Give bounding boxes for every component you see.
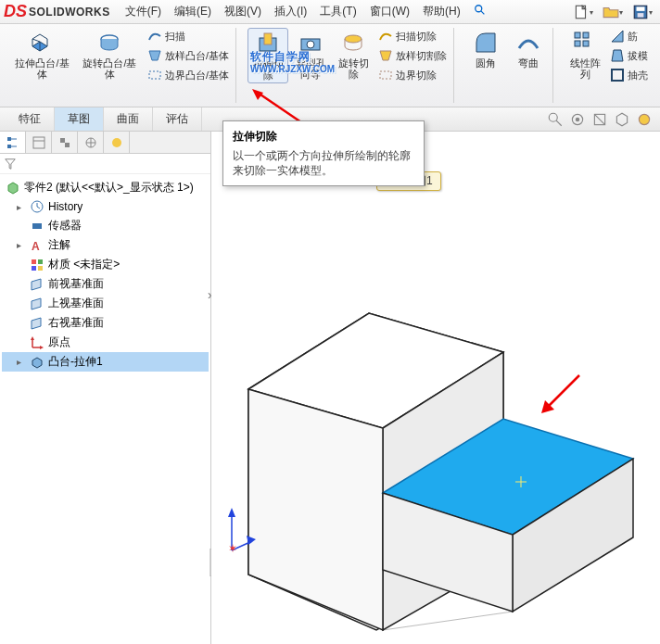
view-icon[interactable]: [569, 111, 586, 128]
config-tab-icon[interactable]: [52, 132, 78, 153]
feature-tree-panel: 零件2 (默认<<默认>_显示状态 1>) ▸History 传感器 ▸A注解 …: [0, 132, 211, 644]
rib-icon: [610, 29, 625, 44]
revolve-boss-button[interactable]: 旋转凸台/基体: [77, 28, 143, 83]
svg-rect-4: [637, 6, 645, 11]
extrude-boss-button[interactable]: 拉伸凸台/基体: [9, 28, 75, 83]
svg-rect-18: [612, 69, 623, 81]
revolve-cut-label: 旋转切除: [338, 57, 369, 80]
quick-access-toolbar: ▾ ▾ ▾: [571, 2, 654, 22]
origin-icon: [30, 335, 44, 350]
extrude-cut-icon: [255, 31, 281, 57]
property-tab-icon[interactable]: [26, 132, 52, 153]
svg-rect-15: [583, 32, 589, 38]
plane-icon: [30, 316, 44, 331]
boundary-cut-icon: [378, 68, 393, 82]
fillet-button[interactable]: 圆角: [465, 28, 506, 70]
menu-insert[interactable]: 插入(I): [269, 1, 312, 22]
menu-help[interactable]: 帮助(H): [417, 1, 466, 22]
loft-cut-icon: [378, 48, 393, 63]
extrude-boss-label: 拉伸凸台/基体: [13, 57, 71, 80]
sensor-icon: [30, 219, 44, 234]
plane-icon: [30, 277, 44, 292]
svg-rect-32: [33, 137, 44, 148]
sweep-icon: [147, 29, 162, 44]
tree-front-plane[interactable]: 前视基准面: [2, 274, 209, 294]
tab-feature[interactable]: 特征: [6, 107, 55, 131]
svg-marker-49: [31, 336, 34, 340]
open-doc-icon[interactable]: ▾: [601, 2, 625, 22]
tree-tab-icon[interactable]: [0, 132, 26, 153]
shell-button[interactable]: 抽壳: [607, 67, 651, 83]
new-doc-icon[interactable]: ▾: [571, 2, 595, 22]
plane-icon: [30, 297, 44, 311]
hole-wizard-icon: [298, 30, 324, 56]
appearance-tab-icon[interactable]: [104, 132, 130, 153]
extrude-boss-icon: [29, 30, 55, 56]
tree-feature1[interactable]: ▸凸台-拉伸1: [2, 352, 209, 372]
filter-icon[interactable]: [4, 158, 17, 170]
svg-point-11: [307, 41, 314, 48]
shell-icon: [610, 68, 625, 82]
tree-right-plane[interactable]: 右视基准面: [2, 313, 209, 333]
tree-material[interactable]: 材质 <未指定>: [2, 255, 209, 274]
svg-rect-13: [380, 71, 391, 79]
menu-window[interactable]: 窗口(W): [364, 1, 415, 22]
tab-sketch[interactable]: 草图: [55, 107, 104, 131]
boundary-button[interactable]: 边界凸台/基体: [145, 67, 232, 83]
hole-wizard-label: 异型孔向导: [296, 57, 326, 80]
appearance-icon[interactable]: [636, 111, 653, 128]
svg-rect-41: [32, 223, 42, 229]
hole-wizard-button[interactable]: 异型孔向导: [290, 28, 331, 83]
svg-line-26: [594, 114, 604, 124]
ribbon-group-cut: 拉伸切除 异型孔向导 旋转切除 扫描切除 放样切割除 边界切除: [244, 28, 454, 103]
tree-annotations[interactable]: ▸A注解: [2, 235, 209, 255]
menu-view[interactable]: 视图(V): [219, 1, 267, 22]
rib-button[interactable]: 筋: [607, 28, 651, 44]
menu-edit[interactable]: 编辑(E): [169, 1, 217, 22]
model-view: [221, 232, 656, 639]
display-icon[interactable]: [614, 111, 630, 128]
ribbon-group-pattern: 线性阵列 筋 拔模 抽壳: [561, 28, 654, 103]
extrude-cut-button[interactable]: 拉伸切除: [248, 28, 288, 83]
tree-top-plane[interactable]: 上视基准面: [2, 294, 209, 313]
svg-point-21: [549, 113, 557, 121]
sweep-cut-button[interactable]: 扫描切除: [375, 28, 450, 44]
revolve-cut-button[interactable]: 旋转切除: [333, 28, 374, 83]
tree-root[interactable]: 零件2 (默认<<默认>_显示状态 1>): [2, 178, 209, 197]
menu-items: 文件(F) 编辑(E) 视图(V) 插入(I) 工具(T) 窗口(W) 帮助(H…: [120, 1, 492, 22]
tree-history[interactable]: ▸History: [2, 197, 209, 216]
svg-text:A: A: [32, 240, 40, 253]
svg-rect-43: [32, 259, 36, 264]
menu-bar: DS SOLIDWORKS 文件(F) 编辑(E) 视图(V) 插入(I) 工具…: [0, 0, 660, 24]
boundary-cut-button[interactable]: 边界切除: [375, 67, 450, 83]
menu-file[interactable]: 文件(F): [120, 1, 167, 22]
tab-evaluate[interactable]: 评估: [153, 107, 202, 131]
revolve-boss-label: 旋转凸台/基体: [81, 57, 139, 80]
menu-tools[interactable]: 工具(T): [314, 1, 362, 22]
loft-button[interactable]: 放样凸台/基体: [145, 47, 232, 64]
svg-rect-7: [149, 71, 160, 79]
section-icon[interactable]: [591, 111, 608, 128]
save-doc-icon[interactable]: ▾: [630, 2, 654, 22]
extrude-cut-label: 拉伸切除: [252, 58, 284, 81]
chamfer-button[interactable]: 弯曲: [508, 28, 549, 70]
menu-search-icon[interactable]: [468, 1, 492, 22]
ribbon-group-fillet: 圆角 弯曲: [462, 28, 553, 103]
loft-cut-button[interactable]: 放样切割除: [375, 47, 450, 64]
svg-line-1: [481, 11, 485, 15]
dim-tab-icon[interactable]: [78, 132, 104, 153]
linear-pattern-button[interactable]: 线性阵列: [565, 28, 605, 83]
tooltip: 拉伸切除 以一个或两个方向拉伸所绘制的轮廓来切除一实体模型。: [222, 120, 425, 186]
revolve-cut-icon: [340, 30, 366, 56]
linear-pattern-icon: [572, 30, 598, 56]
svg-rect-9: [264, 33, 272, 44]
tooltip-title: 拉伸切除: [233, 129, 414, 145]
svg-rect-14: [575, 32, 580, 38]
tree-sensors[interactable]: 传感器: [2, 216, 209, 235]
tree-origin[interactable]: 原点: [2, 333, 209, 352]
svg-point-39: [112, 138, 121, 147]
draft-button[interactable]: 拔模: [607, 47, 651, 64]
zoom-icon[interactable]: [547, 111, 564, 128]
sweep-button[interactable]: 扫描: [145, 28, 232, 44]
tab-surface[interactable]: 曲面: [104, 107, 153, 131]
